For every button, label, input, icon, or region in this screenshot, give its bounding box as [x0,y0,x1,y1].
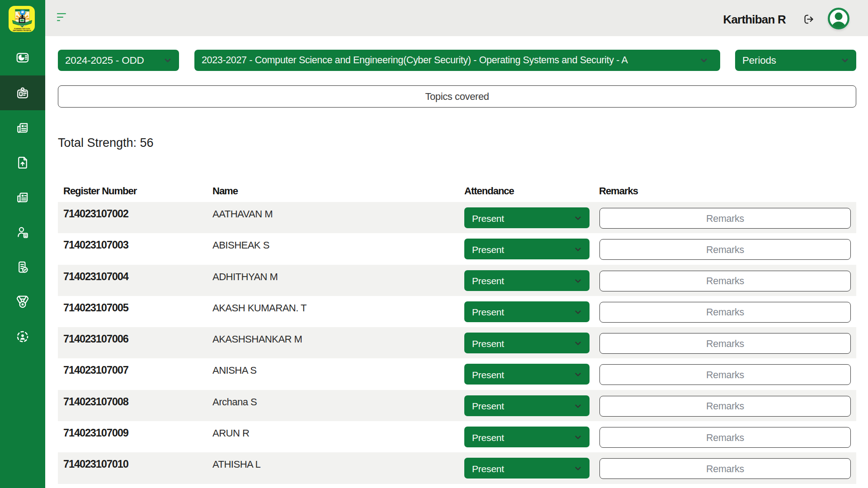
svg-text:EMPOWERING THE NATION: EMPOWERING THE NATION [13,30,31,32]
